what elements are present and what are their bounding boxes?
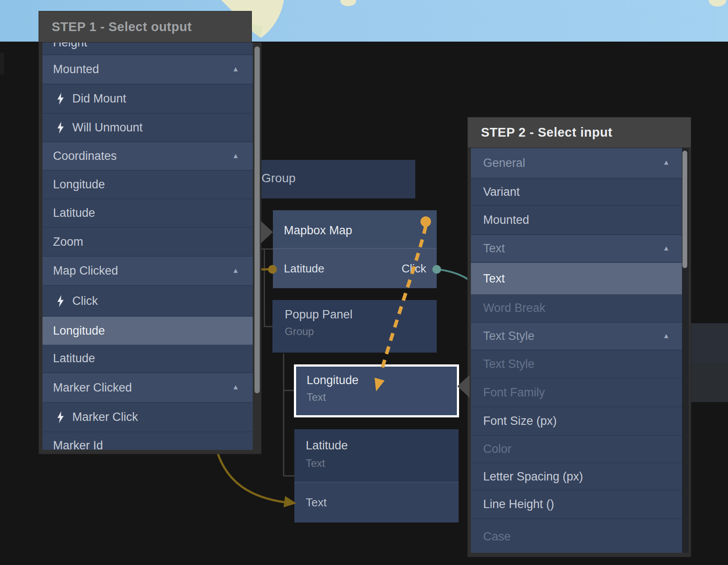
step2-item-text[interactable]: Text▲ — [471, 235, 682, 263]
step2-item-label: Font Family — [483, 386, 545, 399]
step2-item-label: Text — [483, 242, 505, 255]
step1-item-label: Latitude — [53, 352, 95, 365]
step2-item-letter-spacing-px-[interactable]: Letter Spacing (px) — [471, 463, 682, 491]
tree-line — [260, 248, 273, 250]
node-popup-panel[interactable]: Popup Panel Group — [272, 300, 437, 353]
step2-item-variant[interactable]: Variant — [471, 179, 682, 206]
node-editor-canvas: Group Mapbox Map Latitude Click Popup Pa… — [0, 0, 728, 565]
step1-item-label: Will Unmount — [72, 121, 143, 134]
step2-item-label: Text — [483, 272, 505, 286]
step1-item-latitude[interactable]: Latitude — [42, 345, 253, 373]
tree-line — [264, 326, 272, 327]
step2-panel-title: STEP 2 - Select input — [481, 125, 612, 140]
node-title: Longitude — [307, 374, 359, 387]
collapse-arrow-icon[interactable]: ▲ — [232, 65, 239, 73]
step1-item-label: Latitude — [53, 206, 95, 220]
collapse-arrow-icon[interactable]: ▲ — [232, 152, 239, 160]
step2-item-label: Color — [483, 442, 512, 456]
node-mapbox-map[interactable]: Mapbox Map Latitude Click — [273, 210, 437, 288]
node-subtitle: Text — [306, 457, 325, 470]
node-title: Mapbox Map — [284, 224, 352, 237]
step1-item-latitude[interactable]: Latitude — [42, 199, 253, 228]
step1-item-label: Height — [53, 42, 87, 49]
right-edge-fragment — [691, 323, 728, 362]
step1-item-label: Did Mount — [72, 92, 126, 106]
step1-item-zoom[interactable]: Zoom — [42, 228, 253, 257]
collapse-arrow-icon[interactable]: ▲ — [663, 332, 670, 340]
node-title: Latitude — [306, 439, 348, 452]
step1-item-label: Map Clicked — [53, 264, 118, 278]
collapse-arrow-icon[interactable]: ▲ — [232, 383, 239, 391]
port-latitude[interactable]: Latitude — [284, 262, 325, 275]
step2-item-text[interactable]: Text — [471, 263, 682, 294]
step1-item-label: Longitude — [53, 324, 105, 338]
step1-item-did-mount[interactable]: Did Mount — [42, 85, 253, 114]
lightning-icon — [57, 411, 65, 423]
step1-item-longitude[interactable]: Longitude — [42, 171, 253, 199]
node-group[interactable]: Group — [244, 160, 415, 198]
lightning-icon — [57, 93, 65, 105]
step2-item-label: Font Size (px) — [483, 414, 557, 428]
step2-item-label: Text Style — [483, 329, 534, 343]
step1-item-marker-click[interactable]: Marker Click — [42, 403, 253, 432]
lightning-icon — [57, 122, 65, 134]
step2-scrollbar[interactable] — [682, 151, 687, 268]
port-text[interactable]: Text — [306, 496, 327, 509]
step1-panel-title: STEP 1 - Select output — [52, 20, 192, 34]
step2-panel-header: STEP 2 - Select input — [467, 117, 691, 148]
step2-item-font-size-px-[interactable]: Font Size (px) — [471, 407, 682, 436]
step2-item-mounted[interactable]: Mounted — [471, 206, 682, 235]
step1-item-label: Zoom — [53, 235, 83, 249]
step1-scrollbar[interactable] — [254, 46, 260, 393]
step2-item-font-family[interactable]: Font Family — [471, 379, 682, 407]
step1-item-longitude[interactable]: Longitude — [42, 317, 253, 345]
tree-line — [283, 390, 294, 391]
step2-item-case[interactable]: Case — [471, 519, 682, 553]
left-edge-fragment — [0, 53, 4, 74]
tree-line — [283, 475, 294, 477]
step2-item-label: Variant — [483, 185, 520, 199]
step2-item-label: Case — [483, 530, 511, 544]
lightning-icon — [57, 295, 65, 307]
step1-item-height[interactable]: Height — [42, 42, 253, 55]
step2-item-label: Line Height () — [483, 498, 554, 511]
node-latitude[interactable]: Latitude Text Text — [294, 429, 459, 523]
node-subtitle: Group — [285, 325, 314, 338]
node-longitude-selected[interactable]: Longitude Text — [294, 364, 459, 417]
right-edge-fragment — [691, 362, 728, 402]
collapse-arrow-icon[interactable]: ▲ — [232, 267, 239, 275]
step1-item-label: Marker Clicked — [53, 381, 132, 395]
port-click[interactable]: Click — [402, 262, 426, 275]
tree-line — [264, 248, 265, 327]
collapse-arrow-icon[interactable]: ▲ — [663, 244, 670, 252]
node-title: Group — [262, 171, 296, 185]
step1-item-label: Marker Id — [53, 439, 103, 450]
step1-item-mounted[interactable]: Mounted▲ — [42, 55, 253, 85]
step2-item-label: General — [483, 156, 525, 170]
step1-item-marker-clicked[interactable]: Marker Clicked▲ — [42, 373, 253, 403]
step1-item-click[interactable]: Click — [42, 286, 253, 317]
step2-item-line-height-[interactable]: Line Height () — [471, 491, 682, 519]
step2-item-label: Letter Spacing (px) — [483, 470, 583, 484]
step1-item-marker-id[interactable]: Marker Id — [42, 432, 253, 450]
step1-item-will-unmount[interactable]: Will Unmount — [42, 114, 253, 142]
step1-panel-pointer — [261, 221, 273, 244]
collapse-arrow-icon[interactable]: ▲ — [663, 159, 670, 166]
step1-item-label: Mounted — [53, 63, 99, 76]
step2-item-label: Mounted — [483, 213, 529, 227]
step2-item-color[interactable]: Color — [471, 436, 682, 463]
step1-item-label: Click — [72, 294, 98, 308]
step2-input-list: General▲VariantMountedText▲TextWord Brea… — [471, 148, 682, 553]
step2-item-label: Text Style — [483, 357, 534, 371]
step1-item-label: Marker Click — [72, 410, 138, 424]
step2-item-text-style[interactable]: Text Style — [471, 350, 682, 379]
node-subtitle: Text — [307, 391, 326, 404]
tree-line — [283, 354, 284, 477]
step2-item-word-break[interactable]: Word Break — [471, 294, 682, 323]
step2-item-label: Word Break — [483, 301, 545, 315]
step2-item-general[interactable]: General▲ — [471, 148, 682, 179]
node-title: Popup Panel — [285, 308, 353, 321]
step1-item-coordinates[interactable]: Coordinates▲ — [42, 142, 253, 171]
step2-item-text-style[interactable]: Text Style▲ — [471, 323, 682, 350]
step1-item-map-clicked[interactable]: Map Clicked▲ — [42, 257, 253, 286]
